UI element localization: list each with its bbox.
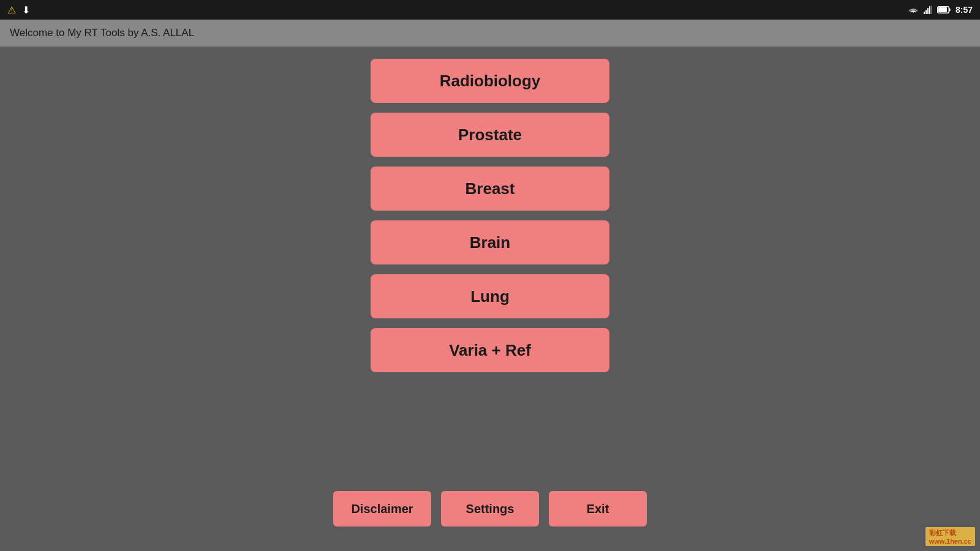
watermark: 彩虹下载 www.1hen.cc <box>925 527 975 546</box>
bottom-buttons-container: DisclaimerSettingsExit <box>333 491 647 527</box>
svg-rect-5 <box>931 6 932 14</box>
warning-icon: ⚠ <box>7 4 16 16</box>
bottom-button-exit[interactable]: Exit <box>549 491 647 527</box>
menu-button-varia-ref[interactable]: Varia + Ref <box>371 328 609 372</box>
menu-button-radiobiology[interactable]: Radiobiology <box>371 59 609 103</box>
main-content: RadiobiologyProstateBreastBrainLungVaria… <box>0 47 980 491</box>
menu-button-lung[interactable]: Lung <box>371 274 609 318</box>
wifi-icon <box>908 6 919 14</box>
watermark-brand: 彩虹下载 <box>929 529 956 536</box>
bottom-button-disclaimer[interactable]: Disclaimer <box>333 491 431 527</box>
status-bar: ⚠ ⬇ 8:57 <box>0 0 980 20</box>
battery-icon <box>937 6 951 13</box>
menu-button-prostate[interactable]: Prostate <box>371 113 609 157</box>
menu-buttons-container: RadiobiologyProstateBreastBrainLungVaria… <box>371 59 609 382</box>
watermark-url: www.1hen.cc <box>929 538 971 545</box>
svg-rect-2 <box>925 10 927 14</box>
svg-rect-4 <box>929 6 930 14</box>
bottom-bar: DisclaimerSettingsExit <box>0 491 980 551</box>
status-bar-right: 8:57 <box>908 5 973 15</box>
time-display: 8:57 <box>956 5 973 15</box>
menu-button-brain[interactable]: Brain <box>371 220 609 264</box>
svg-rect-1 <box>924 12 925 14</box>
download-icon: ⬇ <box>22 4 30 16</box>
app-title: Welcome to My RT Tools by A.S. ALLAL <box>10 27 194 39</box>
svg-rect-8 <box>938 7 947 12</box>
bottom-button-settings[interactable]: Settings <box>441 491 539 527</box>
menu-button-breast[interactable]: Breast <box>371 167 609 211</box>
title-bar: Welcome to My RT Tools by A.S. ALLAL <box>0 20 980 47</box>
signal-icon <box>924 6 932 14</box>
svg-rect-7 <box>949 9 950 12</box>
status-bar-left: ⚠ ⬇ <box>7 4 30 16</box>
svg-rect-3 <box>927 8 929 14</box>
